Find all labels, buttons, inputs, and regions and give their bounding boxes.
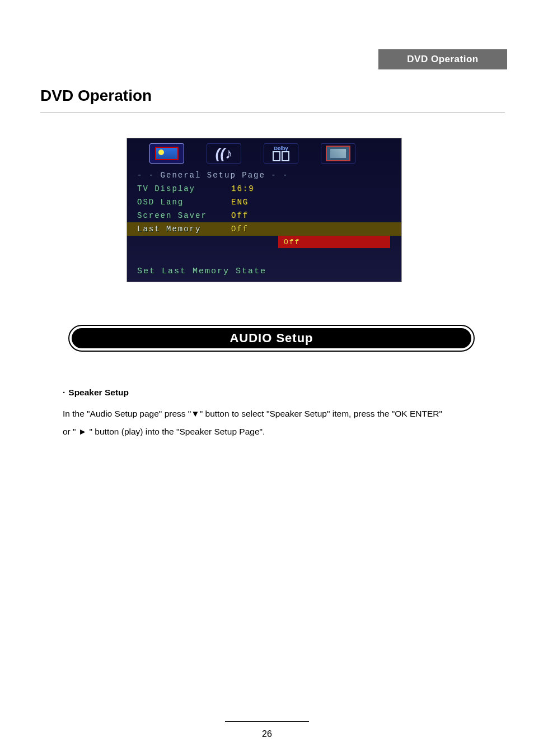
- header-band: DVD Operation: [378, 49, 507, 69]
- osd-row-label: Screen Saver: [137, 211, 231, 220]
- title-divider: [40, 112, 505, 113]
- speaker-icon: ((♪: [216, 145, 232, 162]
- osd-tab-video: [149, 143, 184, 164]
- instruction-line-1: In the "Audio Setup page" press "▼" butt…: [63, 405, 494, 423]
- osd-row-label: Last Memory: [137, 225, 231, 234]
- osd-row: TV Display 16:9: [127, 182, 401, 195]
- osd-tab-bar: ((♪ Dolby: [127, 138, 401, 169]
- instruction-paragraph: ·Speaker Setup In the "Audio Setup page"…: [63, 384, 494, 440]
- osd-menu-list: TV Display 16:9 OSD Lang ENG Screen Save…: [127, 182, 401, 248]
- osd-tab-dolby: Dolby: [264, 143, 298, 164]
- osd-row-value: 16:9: [231, 184, 255, 193]
- osd-row-label: TV Display: [137, 184, 231, 193]
- osd-submenu-option: Off: [278, 236, 390, 248]
- osd-row-value: Off: [231, 211, 249, 220]
- video-icon: [155, 147, 179, 160]
- osd-row-value: Off: [231, 225, 249, 234]
- osd-row-selected: Last Memory Off: [127, 222, 401, 236]
- instruction-line-2: or " ► " button (play) into the "Speaker…: [63, 423, 494, 441]
- bullet-dot: ·: [63, 388, 65, 397]
- osd-help-text: Set Last Memory State: [137, 267, 266, 276]
- picture-icon: [326, 146, 350, 161]
- section-heading-pill: AUDIO Setup: [68, 325, 475, 352]
- dolby-icon: [273, 151, 289, 161]
- osd-row-label: OSD Lang: [137, 198, 231, 207]
- page-footer-divider: [225, 721, 309, 722]
- dolby-label: Dolby: [274, 146, 288, 151]
- osd-screenshot: ((♪ Dolby - - General Setup Page - - TV …: [127, 138, 402, 282]
- osd-row-value: ENG: [231, 198, 249, 207]
- osd-row: OSD Lang ENG: [127, 195, 401, 209]
- bullet-title: Speaker Setup: [68, 388, 129, 397]
- osd-tab-preferences: [321, 143, 355, 164]
- page-number: 26: [0, 729, 534, 739]
- page-title: DVD Operation: [40, 87, 152, 105]
- down-arrow-glyph: ▼: [191, 409, 199, 418]
- osd-tab-audio: ((♪: [207, 143, 241, 164]
- right-arrow-glyph: ►: [78, 427, 87, 436]
- section-heading-label: AUDIO Setup: [72, 328, 471, 348]
- osd-row: Screen Saver Off: [127, 209, 401, 222]
- osd-page-title: - - General Setup Page - -: [127, 169, 401, 182]
